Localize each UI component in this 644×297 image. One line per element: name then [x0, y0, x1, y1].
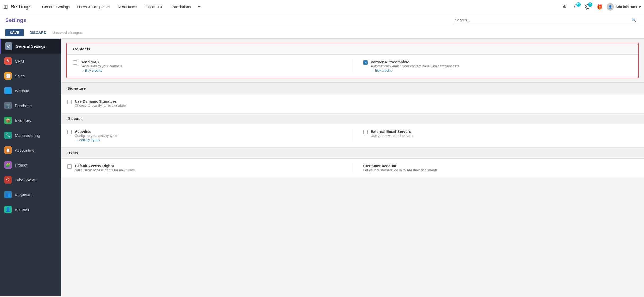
- sidebar-label-general-settings: General Settings: [16, 44, 45, 49]
- nav-impacterp[interactable]: ImpactERP: [141, 3, 167, 11]
- absensi-icon: 👤: [4, 206, 12, 213]
- users-section: Users Default Access Rights Set custom a…: [61, 147, 644, 177]
- external-email-desc: Use your own email servers: [371, 134, 413, 138]
- default-access-rights-col: Default Access Rights Set custom access …: [67, 164, 353, 172]
- signature-section: Signature Use Dynamic Signature Choose t…: [61, 82, 644, 113]
- sidebar-label-project: Project: [15, 163, 27, 167]
- sales-icon: 📈: [4, 72, 12, 80]
- grid-icon[interactable]: ⊞: [3, 3, 8, 10]
- nav-translations[interactable]: Translations: [168, 3, 194, 11]
- signature-section-body: Use Dynamic Signature Choose to use dyna…: [61, 94, 644, 113]
- contacts-section: Contacts Send SMS Send texts to your con…: [66, 43, 639, 78]
- partner-autocomplete-buy-credits-link[interactable]: → Buy credits: [371, 68, 392, 72]
- sidebar-item-manufacturing[interactable]: 🔧 Manufacturing: [0, 128, 61, 143]
- discuss-section-header: Discuss: [61, 113, 644, 124]
- send-sms-buy-credits-link[interactable]: → Buy credits: [81, 68, 102, 72]
- dynamic-signature-row: Use Dynamic Signature Choose to use dyna…: [67, 99, 638, 107]
- partner-autocomplete-checkbox[interactable]: ✓: [363, 60, 368, 65]
- activities-checkbox[interactable]: [67, 130, 72, 134]
- general-settings-icon: ⚙: [5, 42, 12, 50]
- user-avatar: 👤: [607, 3, 614, 11]
- nav-users-companies[interactable]: Users & Companies: [74, 3, 114, 11]
- sidebar-item-inventory[interactable]: 📦 Inventory: [0, 113, 61, 128]
- discuss-section: Discuss Activities Configure your activi…: [61, 113, 644, 147]
- crm-icon: 👁: [4, 57, 12, 65]
- user-dropdown-icon: ▾: [639, 5, 641, 9]
- send-sms-col: Send SMS Send texts to your contacts → B…: [73, 60, 353, 72]
- external-email-col: External Email Servers Use your own emai…: [353, 129, 638, 142]
- sidebar-item-accounting[interactable]: 📋 Accounting: [0, 143, 61, 158]
- default-access-rights-desc: Set custom access rights for new users: [75, 168, 135, 172]
- sidebar-label-website: Website: [15, 89, 29, 93]
- user-name: Administrator: [616, 5, 637, 9]
- contacts-section-body: Send SMS Send texts to your contacts → B…: [67, 55, 638, 78]
- sidebar-item-absensi[interactable]: 👤 Absensi: [0, 202, 61, 217]
- sidebar-item-general-settings[interactable]: ⚙ General Settings: [0, 39, 61, 54]
- tabel-waktu-icon: ⏱: [4, 176, 12, 184]
- app-title: Settings: [11, 4, 32, 10]
- sidebar: ⚙ General Settings 👁 CRM 📈 Sales 🌐 Websi…: [0, 39, 61, 296]
- dynamic-signature-desc: Choose to use dynamic signature: [75, 103, 126, 107]
- sidebar-item-website[interactable]: 🌐 Website: [0, 83, 61, 98]
- nav-general-settings[interactable]: General Settings: [39, 3, 73, 11]
- activity-badge: 11: [576, 2, 581, 7]
- dynamic-signature-label: Use Dynamic Signature: [75, 99, 126, 103]
- external-email-label: External Email Servers: [371, 129, 413, 134]
- sidebar-label-crm: CRM: [15, 59, 24, 63]
- unsaved-label: Unsaved changes: [52, 30, 82, 35]
- search-input[interactable]: [455, 18, 631, 22]
- dynamic-signature-checkbox[interactable]: [67, 100, 72, 104]
- sub-header: Settings 🔍: [0, 14, 644, 27]
- activities-col: Activities Configure your activity types…: [67, 129, 353, 142]
- sidebar-label-inventory: Inventory: [15, 118, 31, 123]
- partner-autocomplete-desc: Automatically enrich your contact base w…: [371, 64, 460, 68]
- action-bar: SAVE DISCARD Unsaved changes: [0, 27, 644, 39]
- sidebar-label-tabel-waktu: Tabel Waktu: [15, 178, 37, 182]
- content-area: Contacts Send SMS Send texts to your con…: [61, 39, 644, 296]
- send-sms-desc: Send texts to your contacts: [81, 64, 122, 68]
- sidebar-item-sales[interactable]: 📈 Sales: [0, 68, 61, 83]
- external-email-checkbox[interactable]: [363, 130, 368, 134]
- sidebar-label-purchase: Purchase: [15, 103, 32, 108]
- nav-menu-items[interactable]: Menu Items: [115, 3, 140, 11]
- bug-icon-btn[interactable]: ✱: [560, 2, 569, 11]
- contacts-section-header: Contacts: [67, 43, 638, 55]
- activity-icon-btn[interactable]: ⏱ 11: [572, 2, 581, 11]
- main-layout: ⚙ General Settings 👁 CRM 📈 Sales 🌐 Websi…: [0, 39, 644, 296]
- nav-add-button[interactable]: +: [195, 2, 203, 11]
- default-access-rights-label: Default Access Rights: [75, 164, 135, 168]
- activity-types-link[interactable]: → Activity Types: [75, 138, 100, 142]
- accounting-icon: 📋: [4, 146, 12, 154]
- sidebar-item-tabel-waktu[interactable]: ⏱ Tabel Waktu: [0, 172, 61, 187]
- navbar-actions: ✱ ⏱ 11 💬 7 🎁 👤 Administrator ▾: [560, 2, 641, 11]
- sidebar-label-karyawan: Karyawan: [15, 193, 33, 197]
- navbar: ⊞ Settings General Settings Users & Comp…: [0, 0, 644, 14]
- users-section-header: Users: [61, 147, 644, 159]
- search-bar: 🔍: [453, 16, 639, 24]
- chat-badge: 7: [588, 2, 592, 7]
- sidebar-label-manufacturing: Manufacturing: [15, 133, 40, 138]
- manufacturing-icon: 🔧: [4, 132, 12, 139]
- chat-icon-btn[interactable]: 💬 7: [583, 2, 592, 11]
- customer-account-desc: Let your customers log in to see their d…: [363, 168, 638, 172]
- sidebar-item-crm[interactable]: 👁 CRM: [0, 54, 61, 68]
- partner-autocomplete-label: Partner Autocomplete: [371, 60, 460, 64]
- save-button[interactable]: SAVE: [5, 29, 24, 36]
- sidebar-item-purchase[interactable]: 🛒 Purchase: [0, 98, 61, 113]
- send-sms-checkbox[interactable]: [73, 60, 77, 65]
- discuss-setting-row: Activities Configure your activity types…: [67, 129, 638, 142]
- purchase-icon: 🛒: [4, 102, 12, 109]
- activities-label: Activities: [75, 129, 118, 134]
- users-setting-row: Default Access Rights Set custom access …: [67, 164, 638, 172]
- search-icon: 🔍: [631, 18, 637, 23]
- gift-icon-btn[interactable]: 🎁: [595, 2, 604, 11]
- discuss-section-body: Activities Configure your activity types…: [61, 124, 644, 147]
- user-menu[interactable]: 👤 Administrator ▾: [607, 3, 641, 11]
- sidebar-item-karyawan[interactable]: 👥 Karyawan: [0, 187, 61, 202]
- default-access-rights-checkbox[interactable]: [67, 164, 72, 169]
- sidebar-item-project[interactable]: 🧩 Project: [0, 158, 61, 172]
- customer-account-label: Customer Account: [363, 164, 638, 168]
- discard-button[interactable]: DISCARD: [26, 29, 50, 36]
- page-title: Settings: [5, 17, 453, 23]
- sidebar-label-absensi: Absensi: [15, 207, 29, 212]
